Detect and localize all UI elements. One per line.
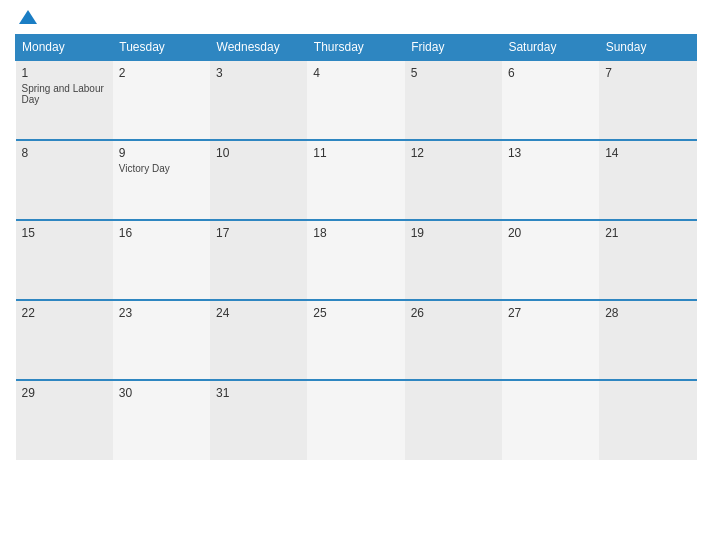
day-number: 14 bbox=[605, 146, 690, 160]
calendar-cell: 28 bbox=[599, 300, 696, 380]
day-number: 22 bbox=[22, 306, 107, 320]
weekday-header-tuesday: Tuesday bbox=[113, 35, 210, 61]
calendar-cell: 9Victory Day bbox=[113, 140, 210, 220]
weekday-header-friday: Friday bbox=[405, 35, 502, 61]
day-number: 28 bbox=[605, 306, 690, 320]
calendar-cell: 11 bbox=[307, 140, 404, 220]
calendar-cell: 12 bbox=[405, 140, 502, 220]
week-row-5: 293031 bbox=[16, 380, 697, 460]
holiday-label: Spring and Labour Day bbox=[22, 83, 107, 105]
weekday-header-saturday: Saturday bbox=[502, 35, 599, 61]
calendar-cell: 30 bbox=[113, 380, 210, 460]
calendar-cell: 29 bbox=[16, 380, 113, 460]
day-number: 20 bbox=[508, 226, 593, 240]
calendar-cell bbox=[502, 380, 599, 460]
calendar-cell: 8 bbox=[16, 140, 113, 220]
logo bbox=[15, 10, 37, 26]
calendar-cell: 22 bbox=[16, 300, 113, 380]
weekday-header-row: MondayTuesdayWednesdayThursdayFridaySatu… bbox=[16, 35, 697, 61]
calendar-cell bbox=[405, 380, 502, 460]
day-number: 21 bbox=[605, 226, 690, 240]
day-number: 12 bbox=[411, 146, 496, 160]
day-number: 2 bbox=[119, 66, 204, 80]
calendar-cell: 4 bbox=[307, 60, 404, 140]
holiday-label: Victory Day bbox=[119, 163, 204, 174]
day-number: 15 bbox=[22, 226, 107, 240]
calendar-cell bbox=[599, 380, 696, 460]
day-number: 9 bbox=[119, 146, 204, 160]
calendar-cell: 23 bbox=[113, 300, 210, 380]
calendar-cell: 15 bbox=[16, 220, 113, 300]
calendar-cell: 1Spring and Labour Day bbox=[16, 60, 113, 140]
calendar-cell: 31 bbox=[210, 380, 307, 460]
calendar-table: MondayTuesdayWednesdayThursdayFridaySatu… bbox=[15, 34, 697, 460]
day-number: 19 bbox=[411, 226, 496, 240]
week-row-4: 22232425262728 bbox=[16, 300, 697, 380]
day-number: 26 bbox=[411, 306, 496, 320]
day-number: 18 bbox=[313, 226, 398, 240]
calendar-container: MondayTuesdayWednesdayThursdayFridaySatu… bbox=[0, 0, 712, 550]
day-number: 4 bbox=[313, 66, 398, 80]
day-number: 27 bbox=[508, 306, 593, 320]
day-number: 17 bbox=[216, 226, 301, 240]
calendar-cell: 18 bbox=[307, 220, 404, 300]
weekday-header-thursday: Thursday bbox=[307, 35, 404, 61]
calendar-cell: 6 bbox=[502, 60, 599, 140]
weekday-header-monday: Monday bbox=[16, 35, 113, 61]
day-number: 1 bbox=[22, 66, 107, 80]
calendar-cell: 26 bbox=[405, 300, 502, 380]
calendar-cell: 25 bbox=[307, 300, 404, 380]
calendar-cell: 2 bbox=[113, 60, 210, 140]
calendar-cell: 7 bbox=[599, 60, 696, 140]
calendar-cell bbox=[307, 380, 404, 460]
day-number: 8 bbox=[22, 146, 107, 160]
calendar-header bbox=[15, 10, 697, 26]
day-number: 5 bbox=[411, 66, 496, 80]
day-number: 7 bbox=[605, 66, 690, 80]
weekday-header-sunday: Sunday bbox=[599, 35, 696, 61]
week-row-2: 89Victory Day1011121314 bbox=[16, 140, 697, 220]
day-number: 3 bbox=[216, 66, 301, 80]
day-number: 6 bbox=[508, 66, 593, 80]
day-number: 30 bbox=[119, 386, 204, 400]
day-number: 11 bbox=[313, 146, 398, 160]
calendar-cell: 5 bbox=[405, 60, 502, 140]
weekday-header-wednesday: Wednesday bbox=[210, 35, 307, 61]
day-number: 13 bbox=[508, 146, 593, 160]
calendar-cell: 20 bbox=[502, 220, 599, 300]
calendar-cell: 13 bbox=[502, 140, 599, 220]
calendar-cell: 10 bbox=[210, 140, 307, 220]
day-number: 25 bbox=[313, 306, 398, 320]
day-number: 16 bbox=[119, 226, 204, 240]
day-number: 10 bbox=[216, 146, 301, 160]
calendar-cell: 24 bbox=[210, 300, 307, 380]
calendar-cell: 27 bbox=[502, 300, 599, 380]
week-row-3: 15161718192021 bbox=[16, 220, 697, 300]
day-number: 23 bbox=[119, 306, 204, 320]
calendar-cell: 14 bbox=[599, 140, 696, 220]
calendar-cell: 17 bbox=[210, 220, 307, 300]
week-row-1: 1Spring and Labour Day234567 bbox=[16, 60, 697, 140]
calendar-cell: 19 bbox=[405, 220, 502, 300]
calendar-cell: 16 bbox=[113, 220, 210, 300]
day-number: 29 bbox=[22, 386, 107, 400]
calendar-cell: 3 bbox=[210, 60, 307, 140]
calendar-cell: 21 bbox=[599, 220, 696, 300]
logo-triangle-icon bbox=[19, 10, 37, 24]
day-number: 24 bbox=[216, 306, 301, 320]
day-number: 31 bbox=[216, 386, 301, 400]
